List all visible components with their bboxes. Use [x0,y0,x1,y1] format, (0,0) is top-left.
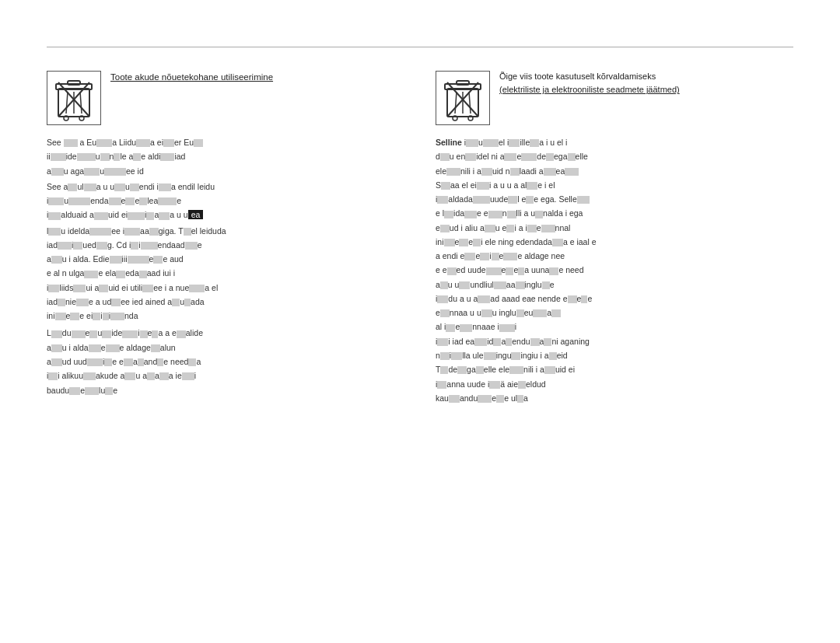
right-p3-e: ea [556,166,565,176]
right-p18-b: anna uude i [446,379,489,389]
right-p16-f: eid [557,351,568,360]
left-p1-c: a ei [150,138,163,147]
left-p5-c: enda [90,196,108,205]
left-p2-f: e aldi [141,152,160,161]
right-p17-d: elle ele [484,365,509,374]
right-p6-c: e e [477,208,488,218]
left-p1-b: a Liidu [112,138,136,147]
right-p17-f: uid ei [555,365,575,374]
svg-line-5 [80,92,82,114]
left-p15-e: alun [160,343,176,352]
left-p7-b: u idelda [61,226,89,236]
left-p12-f: ada [191,297,205,306]
right-p8-d: i ele ning edendada [481,237,552,246]
right-p17-b: de [448,365,457,374]
right-p4-a: S [436,180,441,190]
svg-line-15 [469,92,471,114]
right-p4-d: e i el [537,180,555,190]
left-p8-c: ued [82,240,96,250]
left-p4-f: a endil leidu [171,182,215,191]
right-header: Õige viis toote kasutuselt kõrvaldamisek… [436,71,793,125]
right-p11-f: e [550,280,555,289]
right-p2-c: idel ni a [476,152,504,161]
left-p6-f: a u u [170,210,187,219]
right-p7-b: ud i aliu a [450,223,485,232]
left-p12-b: nie [65,297,76,306]
right-p14-a: al i [436,322,446,331]
left-p13-a: ini [47,311,55,320]
right-p6-e: lli a u [516,208,536,218]
left-p6-c: uid ei [108,210,128,219]
left-title-block: Toote akude nõuetekohane utiliseerimine [110,71,273,86]
left-section-title: Toote akude nõuetekohane utiliseerimine [110,71,273,83]
left-p9-c: iii [122,254,128,264]
left-p16-d: e e [112,357,124,366]
right-p18-c: ä aie [500,379,518,389]
svg-line-3 [66,92,68,114]
right-body-text: Selline iuel iillea i u el i du enidel n… [436,136,793,404]
right-p1-e: a i u el i [539,138,567,147]
left-p5-g: e [177,196,181,205]
right-p14-c: nnaae i [472,322,499,331]
left-p12-c: e a ud [89,297,111,306]
left-p2-b: ide [66,152,77,161]
left-p2-e: le a [120,152,133,161]
right-p3-a: ele [436,166,446,176]
left-p12-d: ee ied ained a [121,297,172,306]
right-p7-c: u e [495,223,507,232]
right-p2-g: elle [576,152,588,161]
right-p15-g: ni aganing [551,337,589,346]
right-p17-e: nili i a [523,365,544,374]
left-p9-b: u i alda. Edie [62,254,110,264]
left-p11-c: ui a [86,283,99,292]
left-p16-f: and [144,357,158,366]
right-p18-d: eldud [526,379,546,389]
left-p18-d: e [113,386,117,395]
left-p11-b: liids [59,283,73,292]
left-p8-a: iad [47,240,58,250]
right-p4-c: i a u u a al [489,180,527,190]
right-p15-b: i iad ea [448,337,474,346]
left-p17-d: u a [135,371,147,380]
left-p15-d: e aldage [120,343,151,352]
left-p17-f: a ie [169,371,182,380]
left-p16-g: e need [163,357,188,366]
right-title-block: Õige viis toote kasutuselt kõrvaldamisek… [499,71,680,98]
left-p1-start: See [47,138,64,147]
right-p3-c: uid n [492,166,510,176]
right-p12-c: ad aaad eae nende e [490,294,567,303]
right-p10-f: e need [558,265,583,274]
left-p14-b: du [62,328,72,337]
right-p12-e: e [587,294,592,303]
right-p4-b: aa el ei [450,180,477,190]
left-p8-d: g. Cd i [107,240,131,250]
left-p8-g: e [198,240,202,250]
right-p15-e: endu [512,337,530,346]
left-body-text: See a Eua Liidua eier Eu iiideunle ae al… [47,136,404,397]
right-p13-d: eu [524,308,534,317]
right-p12-b: du a u a [448,294,478,303]
right-p2-b: u en [450,152,465,161]
right-p7-f: nnal [555,223,571,232]
left-p7-f: el leiduda [191,226,226,236]
right-p19-d: e ul [504,393,517,403]
svg-rect-12 [457,81,469,85]
right-p11-b: u u [448,280,460,289]
left-p18-a: baudu [47,386,69,395]
right-p16-e: ingiu i a [520,351,548,360]
left-p17-g: i [194,371,196,380]
right-p8-e: a e iaal e [563,237,597,246]
right-p6-a: e l [436,208,444,218]
left-p8-f: endaad [158,240,185,250]
right-p13-b: nnaa u u [450,308,481,317]
right-p11-c: undliul [470,280,493,289]
left-p12-a: iad [47,297,58,306]
right-p5-d: l e [517,194,526,204]
left-p10-b: e ela [98,268,116,278]
left-p11-f: a el [205,283,218,292]
left-p14-h: a a e [158,328,176,337]
left-highlight: ea [188,210,204,219]
svg-rect-2 [68,81,80,85]
right-p5-b: aldada [448,194,473,204]
right-p14-d: i [515,322,516,331]
